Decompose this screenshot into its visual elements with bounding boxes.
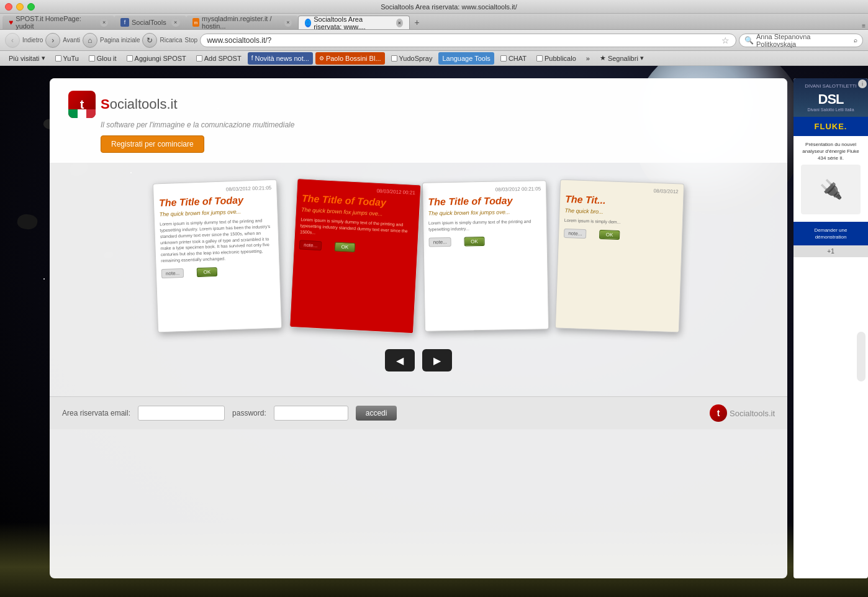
- logo-icon: t: [68, 91, 96, 118]
- maximize-button[interactable]: [27, 3, 35, 11]
- ad-fluke-body: Présentation du nouvel analyseur d'énerg…: [793, 136, 868, 222]
- bookmark-add-spost2[interactable]: Add SPOST: [192, 52, 245, 65]
- tab-favicon-mysql: m: [192, 18, 199, 27]
- ad-dsl-logo: DSL: [798, 91, 863, 107]
- carousel-prev-icon: ◀: [396, 355, 404, 367]
- tab-spost[interactable]: ♥ SPOST.it HomePage: yudoit ×: [2, 16, 114, 29]
- tab-label-area: Socialtools Area riservata: www....: [314, 16, 391, 30]
- bookmark-novita-label: Novità news not...: [255, 55, 309, 62]
- bookmark-more[interactable]: »: [582, 52, 594, 65]
- card-3-title: The Title of Today: [423, 193, 546, 209]
- login-site-icon: t: [710, 404, 727, 422]
- card-1-note[interactable]: note...: [161, 268, 184, 278]
- bookmark-language[interactable]: Language Tools: [438, 52, 494, 65]
- stop-label: Stop: [185, 37, 198, 43]
- bookmark-glou[interactable]: Glou it: [85, 52, 120, 65]
- logo-name: Socialtools.it: [101, 96, 178, 112]
- logo-letter: t: [80, 98, 84, 112]
- tab-scroll[interactable]: ≡: [862, 22, 866, 29]
- bookmark-checkbox-yutu: [55, 55, 61, 62]
- bookmark-yutu-label: YuTu: [63, 55, 79, 62]
- bookmark-star-icon: ★: [600, 54, 606, 62]
- url-bar[interactable]: www.socialtools.it/? ☆: [200, 34, 736, 47]
- refresh-button[interactable]: ↻: [142, 33, 157, 48]
- register-button[interactable]: Registrati per cominciare: [101, 135, 204, 153]
- bookmark-checkbox-yudo: [391, 55, 397, 62]
- card-1-ok[interactable]: OK: [196, 267, 217, 277]
- bookmarks-bar: Più visitati ▾ YuTu Glou it Aggiungi SPO…: [0, 51, 868, 66]
- ad-info-button[interactable]: i: [858, 80, 867, 88]
- bookmark-dropdown-icon[interactable]: ▾: [42, 54, 45, 62]
- bookmark-yutu[interactable]: YuTu: [52, 52, 83, 65]
- email-input[interactable]: [138, 406, 225, 421]
- bookmark-yudo[interactable]: YudoSpray: [387, 52, 436, 65]
- bookmark-language-label: Language Tools: [442, 55, 490, 62]
- home-label: Pagina iniziale: [100, 37, 140, 43]
- back-label: Indietro: [22, 37, 43, 43]
- bookmark-novita[interactable]: f Novità news not...: [248, 52, 313, 65]
- bookmark-gear-icon: ⚙: [319, 55, 324, 62]
- card-3: 08/03/2012 00:21:05 The Title of Today T…: [422, 180, 549, 331]
- tab-close-area[interactable]: ×: [396, 19, 403, 27]
- carousel-prev-button[interactable]: ◀: [385, 349, 415, 371]
- ad-fluke-description: Présentation du nouvel analyseur d'énerg…: [798, 141, 863, 162]
- ad-fluke-header[interactable]: FLUKE.: [793, 117, 868, 136]
- ad-dsl: DIVANI SALOTTILETTI DSL Divani Salotto L…: [793, 78, 868, 117]
- browser-content: t Socialtools.it Il software per l'immag…: [0, 66, 868, 597]
- card-2-note[interactable]: note...: [299, 240, 322, 250]
- card-4-ok[interactable]: OK: [599, 230, 620, 240]
- bookmark-paolo[interactable]: ⚙ Paolo Bossini Bl...: [315, 52, 385, 65]
- card-3-note[interactable]: note...: [428, 237, 451, 247]
- card-3-ok[interactable]: OK: [464, 237, 485, 247]
- bookmark-visited[interactable]: Più visitati ▾: [5, 52, 49, 65]
- search-bar[interactable]: 🔍 Anna Stepanovna Politkovskaja ⌕: [739, 34, 863, 47]
- window-chrome: Socialtools Area riservata: www.socialto…: [0, 0, 868, 14]
- tab-label-mysql: mysqladmin.register.it / hostin...: [202, 15, 279, 30]
- carousel-section: 08/03/2012 00:21:05 The Title of Today T…: [50, 163, 787, 396]
- carousel-track: 08/03/2012 00:21:05 The Title of Today T…: [62, 169, 775, 343]
- ad-plus-button[interactable]: +1: [793, 245, 868, 257]
- close-button[interactable]: [5, 3, 12, 11]
- tab-close-mysql[interactable]: ×: [284, 18, 291, 27]
- scroll-indicator[interactable]: [857, 332, 866, 381]
- bookmark-facebook-icon: f: [251, 55, 253, 62]
- bookmark-segnalibri[interactable]: ★ Segnalibri ▾: [596, 52, 648, 65]
- login-button[interactable]: accedi: [356, 406, 397, 421]
- password-label: password:: [232, 409, 266, 417]
- card-1-body: Lorem ipsum is simply dummy text of the …: [155, 215, 279, 267]
- bookmark-add-spost[interactable]: Aggiungi SPOST: [123, 52, 190, 65]
- tab-close-socialtools[interactable]: ×: [171, 18, 180, 27]
- search-go-icon[interactable]: ⌕: [854, 37, 857, 43]
- minimize-button[interactable]: [16, 3, 24, 11]
- bookmark-add-spost-label: Aggiungi SPOST: [135, 55, 186, 62]
- search-text: Anna Stepanovna Politkovskaja: [756, 33, 851, 48]
- star-icon[interactable]: ☆: [721, 35, 730, 45]
- tab-socialtools-area[interactable]: 🌐 Socialtools Area riservata: www.... ×: [298, 16, 410, 29]
- bookmark-chat-label: CHAT: [509, 55, 527, 62]
- card-2-ok[interactable]: OK: [334, 242, 355, 252]
- bookmark-glou-label: Glou it: [97, 55, 117, 62]
- back-button[interactable]: ‹: [5, 33, 20, 48]
- ad-fluke-logo: FLUKE.: [798, 122, 863, 131]
- carousel-next-button[interactable]: ▶: [422, 349, 452, 371]
- password-input[interactable]: [274, 406, 348, 421]
- logo-name-text: Socialtools.it: [101, 96, 178, 112]
- new-tab-button[interactable]: +: [410, 16, 425, 29]
- card-1: 08/03/2012 00:21:05 The Title of Today T…: [153, 180, 282, 333]
- bookmark-pubblicalo[interactable]: Pubblicalo: [533, 52, 580, 65]
- tab-close-spost[interactable]: ×: [100, 18, 108, 27]
- card-4-note[interactable]: note...: [564, 229, 587, 239]
- bookmark-checkbox-glou: [89, 55, 95, 62]
- tab-socialtools[interactable]: f SocialTools ×: [114, 16, 186, 29]
- bookmark-checkbox-add-spost2: [196, 55, 202, 62]
- forward-button[interactable]: ›: [45, 33, 60, 48]
- bookmark-chat[interactable]: CHAT: [497, 52, 530, 65]
- home-button[interactable]: ⌂: [83, 33, 97, 48]
- bookmark-segnalibri-dropdown[interactable]: ▾: [640, 54, 644, 62]
- email-label: Area riservata email:: [62, 409, 130, 417]
- tab-mysql[interactable]: m mysqladmin.register.it / hostin... ×: [186, 16, 298, 29]
- bookmark-add-spost2-label: Add SPOST: [204, 55, 242, 62]
- ad-demo-button[interactable]: Demander une démonstration: [793, 222, 868, 245]
- card-2: 08/03/2012 00:21 The Title of Today The …: [289, 178, 421, 334]
- bookmark-paolo-label: Paolo Bossini Bl...: [326, 55, 381, 62]
